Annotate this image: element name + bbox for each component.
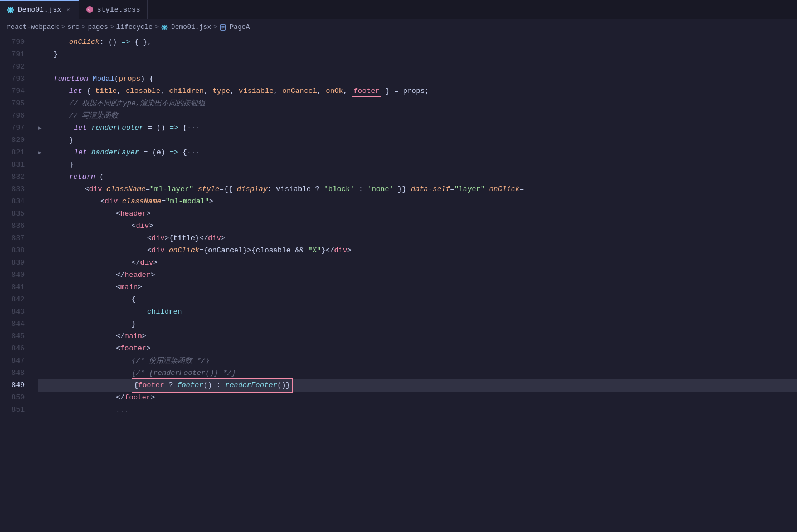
ln-794: 794: [4, 85, 25, 97]
bc-sep-2: >: [81, 23, 85, 31]
ln-850: 850: [4, 392, 25, 404]
editor: 790 791 792 793 794 795 796 797 820 821 …: [0, 35, 797, 532]
bc-part-3: pages: [88, 23, 108, 31]
line-839: </div>: [38, 257, 797, 269]
tab-demo01[interactable]: Demo01.jsx ×: [0, 0, 79, 19]
ln-840: 840: [4, 269, 25, 281]
sass-icon: S: [86, 6, 94, 13]
line-849: {footer ? footer() : renderFooter()}: [38, 379, 797, 392]
svg-point-6: [163, 26, 165, 28]
bc-part-5: Demo01.jsx: [171, 23, 211, 31]
line-851: ...: [38, 404, 797, 416]
bc-sep-1: >: [61, 23, 65, 31]
fold-arrow-797[interactable]: ▶: [38, 122, 42, 134]
ln-834: 834: [4, 196, 25, 208]
line-820: }: [38, 134, 797, 147]
line-831: }: [38, 159, 797, 171]
tab-demo01-close[interactable]: ×: [65, 6, 72, 14]
ln-797: 797: [4, 122, 25, 134]
ln-833: 833: [4, 183, 25, 196]
ln-792: 792: [4, 61, 25, 73]
line-790: onClick: () => { },: [38, 36, 797, 48]
bc-part-4: lifecycle: [116, 23, 153, 31]
line-845: </main>: [38, 330, 797, 343]
line-795: // 根据不同的type,渲染出不同的按钮组: [38, 97, 797, 110]
code-area: 790 791 792 793 794 795 796 797 820 821 …: [0, 35, 797, 532]
ln-847: 847: [4, 355, 25, 367]
ln-842: 842: [4, 294, 25, 306]
line-850: </footer>: [38, 392, 797, 404]
bc-part-2: src: [67, 23, 80, 31]
line-841: <main>: [38, 281, 797, 294]
ln-843: 843: [4, 306, 25, 318]
ln-839: 839: [4, 257, 25, 269]
ln-841: 841: [4, 281, 25, 294]
line-837: <div>{title}</div>: [38, 232, 797, 245]
tab-demo01-label: Demo01.jsx: [18, 6, 61, 14]
bc-react-icon: [161, 23, 169, 30]
ln-837: 837: [4, 232, 25, 245]
line-833: <div className="ml-layer" style={{ displ…: [38, 183, 797, 196]
ln-851: 851: [4, 404, 25, 416]
ln-844: 844: [4, 318, 25, 330]
bc-pagea-icon: [220, 23, 227, 30]
ln-848: 848: [4, 367, 25, 379]
line-796: // 写渲染函数: [38, 110, 797, 122]
code-content: onClick: () => { }, } function Modal(pro…: [29, 35, 797, 532]
ln-831: 831: [4, 159, 25, 171]
ln-832: 832: [4, 171, 25, 183]
ln-835: 835: [4, 208, 25, 220]
tab-style-label: style.scss: [97, 6, 140, 14]
line-842: {: [38, 294, 797, 306]
ln-793: 793: [4, 73, 25, 85]
line-834: <div className="ml-modal">: [38, 196, 797, 208]
line-792: [38, 61, 797, 73]
ln-845: 845: [4, 330, 25, 343]
ln-849: 849: [4, 379, 25, 392]
line-797: ▶let renderFooter = () => {···: [38, 122, 797, 134]
line-844: }: [38, 318, 797, 330]
fold-arrow-821[interactable]: ▶: [38, 147, 42, 159]
svg-text:S: S: [88, 8, 90, 12]
line-832: return (: [38, 171, 797, 183]
ln-791: 791: [4, 48, 25, 61]
ln-796: 796: [4, 110, 25, 122]
line-848: {/* {renderFooter()} */}: [38, 367, 797, 379]
line-840: </header>: [38, 269, 797, 281]
line-836: <div>: [38, 220, 797, 232]
line-838: <div onClick={onCancel}>{closable && "X"…: [38, 245, 797, 257]
line-835: <header>: [38, 208, 797, 220]
line-846: <footer>: [38, 343, 797, 355]
bc-sep-5: >: [213, 23, 217, 31]
ln-820: 820: [4, 134, 25, 147]
ln-836: 836: [4, 220, 25, 232]
line-794: let { title, closable, children, type, v…: [38, 85, 797, 97]
ln-821: 821: [4, 147, 25, 159]
ln-790: 790: [4, 36, 25, 48]
line-791: }: [38, 48, 797, 61]
line-843: children: [38, 306, 797, 318]
ln-795: 795: [4, 97, 25, 110]
line-821: ▶let handerLayer = (e) => {···: [38, 147, 797, 159]
react-icon: [7, 6, 14, 14]
bc-part-6: PageA: [230, 23, 250, 31]
tab-bar: Demo01.jsx × S style.scss: [0, 0, 797, 19]
tab-style[interactable]: S style.scss: [79, 0, 148, 19]
breadcrumb: react-webpack > src > pages > lifecycle …: [0, 19, 797, 35]
line-numbers: 790 791 792 793 794 795 796 797 820 821 …: [0, 35, 29, 532]
bc-sep-3: >: [110, 23, 114, 31]
ln-838: 838: [4, 245, 25, 257]
bc-sep-4: >: [155, 23, 159, 31]
svg-point-0: [9, 9, 12, 11]
ln-846: 846: [4, 343, 25, 355]
bc-part-1: react-webpack: [7, 23, 59, 31]
line-793: function Modal(props) {: [38, 73, 797, 85]
line-847: {/* 使用渲染函数 */}: [38, 355, 797, 367]
